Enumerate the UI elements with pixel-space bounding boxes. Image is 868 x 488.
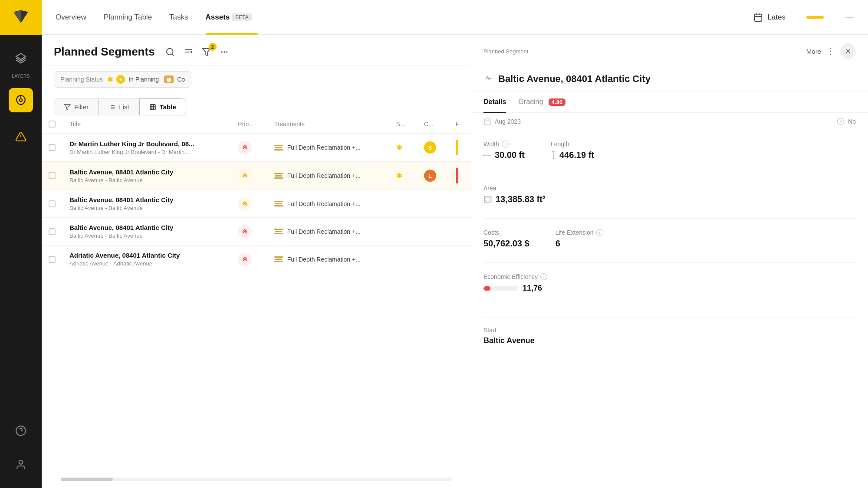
lates-button[interactable]: Lates [753, 13, 786, 22]
row-checkbox[interactable] [49, 200, 56, 207]
treatment-cell: Full Depth Reclamation +... [274, 200, 382, 207]
row-subtitle: Baltic Avenue - Baltic Avenue [69, 233, 224, 239]
row-checkbox[interactable] [49, 172, 56, 179]
col-s: S... [389, 115, 417, 133]
table-view-icon [149, 104, 156, 111]
svg-point-7 [19, 460, 23, 464]
life-ext-value: 6 [556, 239, 603, 249]
table-row[interactable]: Adriatic Avenue, 08401 Atlantic City Adr… [42, 246, 471, 273]
row-title: Baltic Avenue, 08401 Atlantic City [69, 196, 224, 203]
calendar-icon [753, 13, 763, 22]
sidebar-item-connect[interactable] [9, 88, 33, 112]
main-content: Planned Segments [42, 35, 868, 488]
sidebar: LAYERS [0, 0, 42, 488]
detail-tabs: Details Grading 4.86 [471, 92, 868, 113]
area-property: Area 13,385.83 ft² [483, 185, 546, 204]
sidebar-item-help[interactable] [9, 419, 33, 443]
col-treatments: Treatments [267, 115, 389, 133]
row-title: Adriatic Avenue, 08401 Atlantic City [69, 252, 224, 259]
width-property: Width i 30.00 ft [483, 141, 525, 160]
more-button[interactable]: More [806, 48, 821, 55]
more-options-button[interactable] [218, 46, 230, 58]
table-row[interactable]: Baltic Avenue, 08401 Atlantic City Balti… [42, 162, 471, 190]
scrollbar-thumb [61, 478, 113, 481]
col-title: Title [62, 115, 231, 133]
s-asterisk: ✱ [396, 144, 402, 152]
app-logo[interactable] [0, 0, 42, 35]
sidebar-item-warning[interactable] [9, 124, 33, 149]
econ-eff-value: 11,76 [523, 284, 542, 293]
length-property: Length 446.19 ft [551, 141, 594, 160]
treatment-stack-icon [274, 173, 283, 179]
sidebar-item-user[interactable] [9, 452, 33, 477]
table-row[interactable]: Baltic Avenue, 08401 Atlantic City Balti… [42, 218, 471, 246]
sort-button[interactable] [182, 46, 195, 59]
area-icon [483, 195, 492, 204]
treatment-label: Full Depth Reclamation +... [287, 256, 361, 263]
costs-row: Costs 50,762.03 $ Life Extension i 6 [483, 229, 856, 249]
econ-eff-info-icon[interactable]: i [540, 273, 547, 280]
close-panel-button[interactable] [840, 43, 856, 59]
filter-chip-planning-status[interactable]: Planning Status ✱ ★ In Planning Co [54, 71, 191, 88]
nav-item-planning-table[interactable]: Planning Table [104, 0, 152, 35]
list-view-icon [108, 104, 115, 111]
life-ext-label: Life Extension i [556, 229, 603, 236]
costs-property: Costs 50,762.03 $ [483, 229, 529, 249]
table-row[interactable]: Baltic Avenue, 08401 Atlantic City Balti… [42, 190, 471, 218]
filter-bar: Planning Status ✱ ★ In Planning Co [42, 66, 471, 93]
divider-3 [483, 262, 856, 263]
length-value: 446.19 ft [551, 150, 594, 160]
nav-item-tasks[interactable]: Tasks [169, 0, 188, 35]
svg-rect-48 [485, 196, 491, 203]
tab-grading[interactable]: Grading 4.86 [518, 92, 566, 113]
area-label: Area [483, 185, 546, 192]
econ-bar-fill [483, 286, 490, 291]
start-value: Baltic Avenue [483, 336, 856, 345]
row-title: Baltic Avenue, 08401 Atlantic City [69, 224, 224, 231]
filter-view-button[interactable]: Filter [54, 98, 99, 115]
right-panel-header: Planned Segment More ⋮ [471, 35, 868, 66]
row-checkbox[interactable] [49, 256, 56, 263]
econ-efficiency-property: Economic Efficiency i 11,76 [483, 273, 547, 293]
search-button[interactable] [164, 46, 177, 59]
costs-label: Costs [483, 229, 529, 236]
row-checkbox[interactable] [49, 228, 56, 235]
nav-more-dots[interactable]: — [841, 12, 854, 22]
tab-details[interactable]: Details [483, 92, 506, 113]
filter-button-wrap: 2 [200, 46, 213, 59]
list-view-button[interactable]: List [99, 98, 139, 115]
treatment-label: Full Depth Reclamation +... [287, 172, 361, 179]
treatment-label: Full Depth Reclamation +... [287, 144, 361, 151]
row-title: Baltic Avenue, 08401 Atlantic City [69, 168, 224, 176]
col-priority: Prio... [231, 115, 267, 133]
right-panel-title-label: Planned Segment [483, 48, 528, 55]
sidebar-item-layers[interactable] [9, 46, 33, 70]
in-planning-status-icon: ★ [116, 75, 125, 84]
row-checkbox[interactable] [49, 144, 56, 151]
chevron-up-icon [240, 200, 249, 208]
right-panel-content: Width i 30.00 ft Length [471, 130, 868, 488]
treatment-cell: Full Depth Reclamation +... [274, 172, 382, 179]
top-navigation: Overview Planning Table Tasks Assets BET… [42, 0, 868, 35]
width-value: 30.00 ft [483, 150, 525, 160]
life-ext-info-icon[interactable]: i [596, 229, 603, 236]
f-indicator [456, 140, 458, 155]
select-all-checkbox[interactable] [49, 121, 56, 128]
kebab-menu-button[interactable]: ⋮ [826, 46, 835, 56]
treatment-stack-icon [274, 256, 283, 262]
svg-marker-20 [64, 105, 70, 110]
filter-view-icon [64, 104, 71, 111]
dimension-row: Width i 30.00 ft Length [483, 141, 856, 160]
segments-table: Title Prio... Treatments S... C... F Dr … [42, 115, 471, 471]
col-checkbox [42, 115, 62, 133]
nav-item-assets[interactable]: Assets BETA [206, 0, 252, 35]
svg-rect-35 [484, 119, 490, 125]
divider-4 [483, 307, 856, 307]
width-info-icon[interactable]: i [502, 141, 509, 147]
ellipsis-icon [220, 48, 229, 56]
table-view-button[interactable]: Table [139, 98, 186, 115]
table-row[interactable]: Dr Martin Luther King Jr Boulevard, 08..… [42, 133, 471, 162]
horizontal-scrollbar[interactable] [61, 478, 452, 481]
nav-item-overview[interactable]: Overview [56, 0, 86, 35]
row-title: Dr Martin Luther King Jr Boulevard, 08..… [69, 140, 224, 147]
